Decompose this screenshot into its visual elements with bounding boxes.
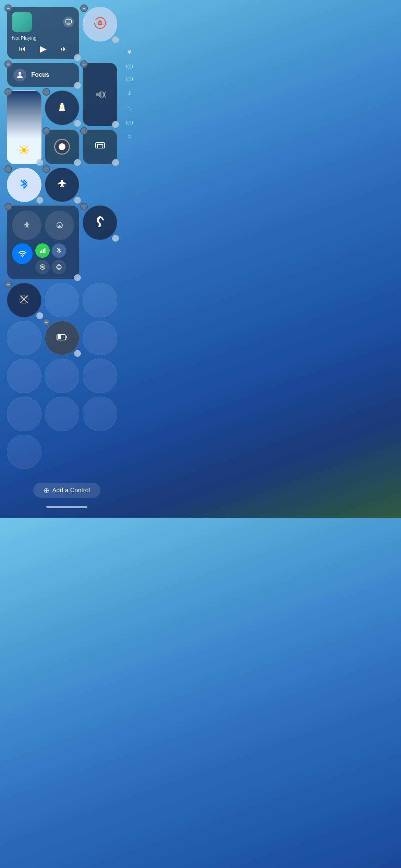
resize-handle-mirror[interactable] <box>112 159 119 166</box>
brightness-slider-widget[interactable]: − <box>7 91 41 164</box>
add-control-label: Add a Control <box>52 487 90 494</box>
resize-handle-sound-recognition[interactable] <box>36 312 43 319</box>
resize-handle-record[interactable] <box>74 159 81 166</box>
resize-handle[interactable] <box>74 54 81 61</box>
empty-slot-10 <box>83 397 117 431</box>
signal-icon-3: ((·)) <box>126 120 133 125</box>
airplay-button[interactable] <box>63 16 74 27</box>
empty-slot-4 <box>83 321 117 355</box>
volume-mute-icon <box>95 67 106 122</box>
bluetooth-small-button[interactable] <box>52 243 66 258</box>
svg-line-15 <box>26 147 27 148</box>
screen-mirror-icon <box>95 141 105 153</box>
globe-button[interactable] <box>52 260 66 274</box>
focus-label: Focus <box>31 71 49 79</box>
add-control-button[interactable]: ⊕ Add a Control <box>33 483 100 498</box>
remove-rotation-button[interactable]: − <box>80 4 88 12</box>
remove-brightness-button[interactable]: − <box>4 88 12 96</box>
remove-connectivity-button[interactable]: − <box>4 203 12 210</box>
svg-marker-0 <box>68 23 70 24</box>
remove-hearing-button[interactable]: − <box>80 203 88 210</box>
svg-rect-26 <box>41 250 42 253</box>
signal-icon-1: ((·)) <box>126 63 133 69</box>
screen-record-icon <box>54 139 70 155</box>
home-icon: ⌂ <box>127 104 131 112</box>
add-control-plus-icon: ⊕ <box>44 486 49 494</box>
remove-record-button[interactable]: − <box>42 127 50 135</box>
remove-mirror-button[interactable]: − <box>80 127 88 135</box>
svg-rect-43 <box>66 336 67 338</box>
empty-slot-8 <box>7 397 41 431</box>
no-tracking-button[interactable] <box>35 260 50 274</box>
screen-mirror-widget[interactable]: − <box>83 130 117 164</box>
remove-flashlight-button[interactable]: − <box>42 88 50 96</box>
fast-forward-button[interactable]: ⏭ <box>60 45 67 53</box>
svg-line-13 <box>21 147 22 148</box>
resize-handle-bluetooth[interactable] <box>36 197 43 204</box>
resize-handle-focus[interactable] <box>74 82 81 89</box>
battery-icon <box>57 334 68 342</box>
now-playing-widget[interactable]: − Not Playing ⏮ ▶ ⏭ <box>7 7 79 59</box>
focus-user-icon <box>13 69 26 82</box>
airplane-small-button[interactable] <box>12 210 41 240</box>
svg-marker-5 <box>96 91 101 99</box>
remove-focus-button[interactable]: − <box>4 60 12 68</box>
svg-rect-25 <box>40 251 41 253</box>
rotation-lock-widget[interactable]: − <box>83 7 117 41</box>
svg-point-4 <box>19 72 21 75</box>
remove-sound-recognition-button[interactable]: − <box>4 280 12 288</box>
empty-slot-6 <box>45 359 80 393</box>
sound-recognition-widget[interactable]: − <box>7 283 41 317</box>
rotation-lock-icon <box>94 17 106 32</box>
sidebar-icons: ♥ ((·)) ((·)) ♪ ⌂ ((·)) ○ <box>126 48 133 140</box>
play-pause-button[interactable]: ▶ <box>40 44 47 54</box>
hearing-widget[interactable]: − <box>83 205 117 240</box>
remove-airplane-button[interactable]: − <box>42 165 50 173</box>
empty-slot-7 <box>83 359 117 393</box>
resize-handle-flashlight[interactable] <box>74 120 81 127</box>
airplane-widget[interactable]: − <box>45 168 80 202</box>
resize-handle-airplane[interactable] <box>74 197 81 204</box>
airplay-small-button[interactable] <box>45 210 74 240</box>
resize-handle-brightness[interactable] <box>36 159 43 166</box>
remove-battery-button[interactable]: − <box>42 318 50 326</box>
resize-handle-rotation[interactable] <box>112 36 119 43</box>
control-center-grid: − Not Playing ⏮ ▶ ⏭ − <box>3 3 121 472</box>
airplane-icon <box>57 179 67 191</box>
svg-point-3 <box>99 23 100 24</box>
volume-slider-widget[interactable]: − <box>83 63 117 126</box>
empty-slot-3 <box>7 321 41 355</box>
svg-rect-17 <box>61 103 63 105</box>
circle-icon: ○ <box>127 132 131 140</box>
album-art <box>12 12 32 32</box>
connectivity-widget[interactable]: − <box>7 205 79 279</box>
svg-rect-21 <box>97 144 103 148</box>
connectivity-bottom-row <box>12 243 74 274</box>
svg-rect-42 <box>58 335 61 339</box>
battery-widget[interactable]: − <box>45 321 80 355</box>
focus-widget[interactable]: − Focus <box>7 63 79 87</box>
screen-record-widget[interactable]: − <box>45 130 80 164</box>
svg-point-37 <box>99 225 100 227</box>
resize-handle-hearing[interactable] <box>112 235 119 242</box>
home-indicator[interactable] <box>46 506 87 508</box>
remove-bluetooth-button[interactable]: − <box>4 165 12 173</box>
connectivity-small-buttons <box>35 243 74 274</box>
flashlight-widget[interactable]: − <box>45 91 80 125</box>
rewind-button[interactable]: ⏮ <box>19 45 26 53</box>
bluetooth-widget[interactable]: − <box>7 168 41 202</box>
resize-handle-volume[interactable] <box>112 121 119 128</box>
playback-controls: ⏮ ▶ ⏭ <box>12 44 74 54</box>
resize-handle-connectivity[interactable] <box>74 274 81 281</box>
music-note-icon: ♪ <box>128 89 131 97</box>
remove-volume-button[interactable]: − <box>80 60 88 68</box>
heart-icon: ♥ <box>127 48 132 56</box>
cellular-signal-button[interactable] <box>35 243 50 258</box>
svg-line-14 <box>26 152 27 154</box>
now-playing-top <box>12 12 74 32</box>
svg-point-8 <box>22 148 26 153</box>
resize-handle-battery[interactable] <box>74 350 81 357</box>
wifi-button[interactable] <box>12 243 33 264</box>
empty-slot-2 <box>83 283 117 317</box>
remove-now-playing-button[interactable]: − <box>4 4 12 12</box>
